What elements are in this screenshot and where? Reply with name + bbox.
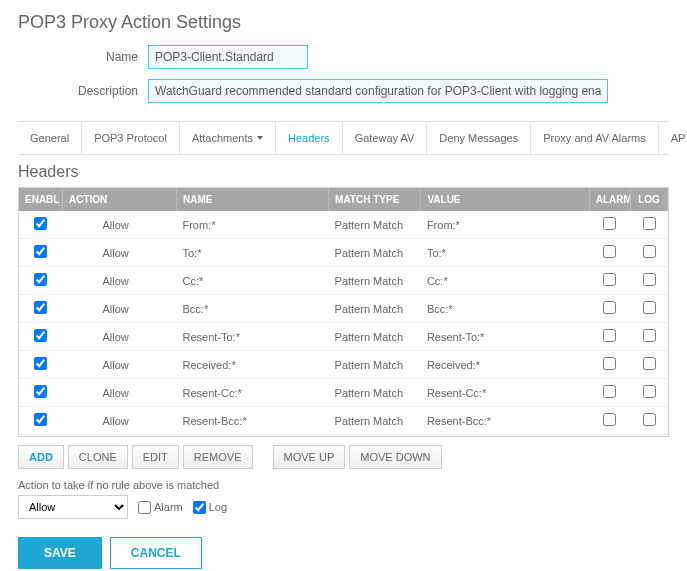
row-action: Allow (62, 239, 176, 267)
move-down-button[interactable]: MOVE DOWN (349, 445, 441, 469)
tab-label: APT Blocker (671, 132, 687, 144)
move-up-button[interactable]: MOVE UP (273, 445, 346, 469)
col-action[interactable]: ACTION (62, 188, 176, 211)
fallback-log-checkbox[interactable] (193, 501, 206, 514)
description-label: Description (18, 84, 148, 98)
tab-general[interactable]: General (18, 122, 82, 154)
col-match[interactable]: MATCH TYPE (329, 188, 421, 211)
row-enable-checkbox[interactable] (34, 329, 47, 342)
fallback-alarm-wrap[interactable]: Alarm (138, 501, 183, 514)
page-title: POP3 Proxy Action Settings (18, 12, 669, 33)
row-alarm-checkbox[interactable] (603, 245, 616, 258)
row-log-checkbox[interactable] (643, 245, 656, 258)
row-value: Cc:* (421, 267, 589, 295)
row-value: Resent-Bcc:* (421, 407, 589, 435)
tab-deny-messages[interactable]: Deny Messages (427, 122, 531, 154)
col-alarm[interactable]: ALARM (589, 188, 630, 211)
row-value: From:* (421, 211, 589, 239)
tab-headers[interactable]: Headers (276, 122, 343, 154)
col-name[interactable]: NAME (176, 188, 328, 211)
row-enable-checkbox[interactable] (34, 357, 47, 370)
remove-button[interactable]: REMOVE (183, 445, 253, 469)
col-value[interactable]: VALUE (421, 188, 589, 211)
tab-label: Proxy and AV Alarms (543, 132, 646, 144)
row-action: Allow (62, 211, 176, 239)
tab-apt-blocker[interactable]: APT Blocker (659, 122, 687, 154)
chevron-down-icon (257, 136, 263, 140)
tab-proxy-and-av-alarms[interactable]: Proxy and AV Alarms (531, 122, 659, 154)
row-match: Pattern Match (329, 435, 421, 438)
table-row[interactable]: AllowReceived:*Pattern MatchReceived:* (19, 351, 668, 379)
name-label: Name (18, 50, 148, 64)
row-action: Allow (62, 351, 176, 379)
row-match: Pattern Match (329, 295, 421, 323)
row-enable-checkbox[interactable] (34, 245, 47, 258)
table-row[interactable]: AllowBcc:*Pattern MatchBcc:* (19, 295, 668, 323)
row-name: From:* (176, 211, 328, 239)
row-action: Allow (62, 295, 176, 323)
row-enable-checkbox[interactable] (34, 301, 47, 314)
headers-table: ENABL ACTION NAME MATCH TYPE VALUE ALARM… (19, 188, 668, 437)
row-action: Allow (62, 407, 176, 435)
table-row[interactable]: AllowTo:*Pattern MatchTo:* (19, 239, 668, 267)
row-name: Resent-Bcc:* (176, 407, 328, 435)
row-name: To:* (176, 239, 328, 267)
row-log-checkbox[interactable] (643, 385, 656, 398)
row-log-checkbox[interactable] (643, 273, 656, 286)
tab-label: Attachments (192, 132, 253, 144)
row-log-checkbox[interactable] (643, 217, 656, 230)
tab-bar: GeneralPOP3 ProtocolAttachmentsHeadersGa… (18, 121, 669, 155)
row-value: Bcc:* (421, 295, 589, 323)
row-value: Resent-To:* (421, 323, 589, 351)
row-action: Allow (62, 379, 176, 407)
row-name: Resent-To:* (176, 323, 328, 351)
description-input[interactable] (148, 79, 608, 103)
row-alarm-checkbox[interactable] (603, 217, 616, 230)
row-match: Pattern Match (329, 211, 421, 239)
row-log-checkbox[interactable] (643, 329, 656, 342)
table-row[interactable]: AllowResent-Message-ID:*Pattern MatchRes… (19, 435, 668, 438)
row-value: Received:* (421, 351, 589, 379)
fallback-alarm-checkbox[interactable] (138, 501, 151, 514)
row-enable-checkbox[interactable] (34, 413, 47, 426)
save-button[interactable]: SAVE (18, 537, 102, 569)
row-alarm-checkbox[interactable] (603, 413, 616, 426)
col-log[interactable]: LOG (631, 188, 668, 211)
row-log-checkbox[interactable] (643, 357, 656, 370)
row-alarm-checkbox[interactable] (603, 385, 616, 398)
fallback-log-wrap[interactable]: Log (193, 501, 227, 514)
table-row[interactable]: AllowCc:*Pattern MatchCc:* (19, 267, 668, 295)
row-name: Cc:* (176, 267, 328, 295)
fallback-label: Action to take if no rule above is match… (18, 479, 669, 491)
row-enable-checkbox[interactable] (34, 273, 47, 286)
row-match: Pattern Match (329, 351, 421, 379)
table-row[interactable]: AllowResent-Cc:*Pattern MatchResent-Cc:* (19, 379, 668, 407)
row-log-checkbox[interactable] (643, 301, 656, 314)
row-enable-checkbox[interactable] (34, 217, 47, 230)
add-button[interactable]: ADD (18, 445, 64, 469)
tab-label: General (30, 132, 69, 144)
tab-gateway-av[interactable]: Gateway AV (343, 122, 428, 154)
row-alarm-checkbox[interactable] (603, 357, 616, 370)
row-alarm-checkbox[interactable] (603, 273, 616, 286)
cancel-button[interactable]: CANCEL (110, 537, 202, 569)
clone-button[interactable]: CLONE (68, 445, 128, 469)
col-enable[interactable]: ENABL (19, 188, 62, 211)
fallback-action-select[interactable]: Allow (18, 495, 128, 519)
row-match: Pattern Match (329, 323, 421, 351)
edit-button[interactable]: EDIT (132, 445, 179, 469)
table-row[interactable]: AllowResent-Bcc:*Pattern MatchResent-Bcc… (19, 407, 668, 435)
name-input[interactable] (148, 45, 308, 69)
row-match: Pattern Match (329, 267, 421, 295)
row-alarm-checkbox[interactable] (603, 329, 616, 342)
tab-attachments[interactable]: Attachments (180, 122, 276, 154)
table-row[interactable]: AllowFrom:*Pattern MatchFrom:* (19, 211, 668, 239)
headers-table-wrap[interactable]: ENABL ACTION NAME MATCH TYPE VALUE ALARM… (18, 187, 669, 437)
tab-label: Gateway AV (355, 132, 415, 144)
row-alarm-checkbox[interactable] (603, 301, 616, 314)
row-enable-checkbox[interactable] (34, 385, 47, 398)
tab-pop3-protocol[interactable]: POP3 Protocol (82, 122, 180, 154)
row-action: Allow (62, 435, 176, 438)
row-log-checkbox[interactable] (643, 413, 656, 426)
table-row[interactable]: AllowResent-To:*Pattern MatchResent-To:* (19, 323, 668, 351)
